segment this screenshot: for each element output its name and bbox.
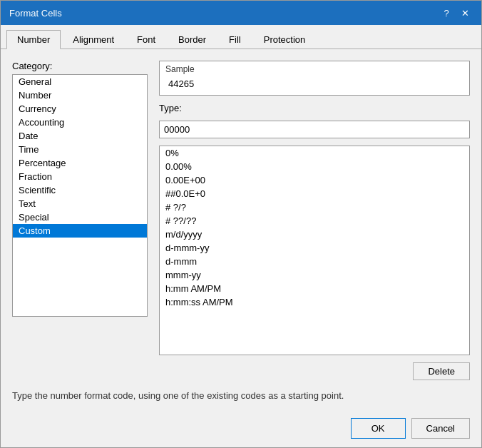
list-item[interactable]: Accounting	[13, 116, 147, 129]
format-item[interactable]: # ??/??	[160, 214, 469, 228]
delete-row: Delete	[159, 362, 470, 380]
tabs-bar: Number Alignment Font Border Fill Protec…	[1, 25, 481, 49]
format-list[interactable]: 0%0.00%0.00E+00##0.0E+0# ?/?# ??/??m/d/y…	[160, 146, 469, 355]
list-item[interactable]: Number	[13, 88, 147, 102]
format-item[interactable]: ##0.0E+0	[160, 187, 469, 200]
format-item[interactable]: h:mm AM/PM	[160, 282, 469, 295]
tab-font[interactable]: Font	[126, 30, 166, 49]
title-bar: Format Cells ? ✕	[1, 1, 481, 25]
list-item[interactable]: Currency	[13, 102, 147, 116]
close-button[interactable]: ✕	[457, 5, 473, 21]
hint-text: Type the number format code, using one o…	[12, 390, 470, 401]
format-item[interactable]: # ?/?	[160, 200, 469, 214]
tab-number[interactable]: Number	[6, 30, 61, 49]
format-item[interactable]: d-mmm-yy	[160, 241, 469, 255]
help-button[interactable]: ?	[439, 5, 454, 21]
list-item[interactable]: Scientific	[13, 183, 147, 197]
format-cells-dialog: Format Cells ? ✕ Number Alignment Font B…	[0, 0, 482, 448]
list-item[interactable]: Text	[13, 197, 147, 210]
type-label: Type:	[159, 103, 470, 113]
list-item[interactable]: General	[13, 75, 147, 88]
main-content: Category: GeneralNumberCurrencyAccountin…	[1, 49, 481, 412]
sample-box: Sample 44265	[159, 61, 470, 96]
tab-protection[interactable]: Protection	[253, 30, 317, 49]
sample-label: Sample	[165, 64, 463, 74]
title-bar-controls: ? ✕	[439, 5, 473, 21]
list-item[interactable]: Time	[13, 143, 147, 156]
list-item[interactable]: Percentage	[13, 156, 147, 170]
format-item[interactable]: 0.00%	[160, 160, 469, 173]
tab-fill[interactable]: Fill	[218, 30, 252, 49]
format-item[interactable]: m/d/yyyy	[160, 228, 469, 241]
format-item[interactable]: h:mm:ss AM/PM	[160, 295, 469, 309]
format-item[interactable]: d-mmm	[160, 255, 469, 268]
category-label: Category:	[12, 61, 148, 71]
format-item[interactable]: 0%	[160, 146, 469, 160]
cancel-button[interactable]: Cancel	[411, 418, 470, 439]
dialog-title: Format Cells	[9, 8, 62, 19]
tab-alignment[interactable]: Alignment	[62, 30, 125, 49]
main-row: Category: GeneralNumberCurrencyAccountin…	[12, 61, 470, 380]
ok-button[interactable]: OK	[351, 418, 406, 439]
format-item[interactable]: mmm-yy	[160, 268, 469, 282]
delete-button[interactable]: Delete	[413, 362, 470, 380]
list-item[interactable]: Date	[13, 129, 147, 143]
type-input[interactable]	[159, 121, 470, 138]
right-panel: Sample 44265 Type: 0%0.00%0.00E+00##0.0E…	[159, 61, 470, 380]
list-item[interactable]: Fraction	[13, 170, 147, 183]
list-item[interactable]: Custom	[13, 224, 147, 238]
sample-value: 44265	[165, 76, 463, 92]
left-panel: Category: GeneralNumberCurrencyAccountin…	[12, 61, 148, 380]
tab-border[interactable]: Border	[168, 30, 217, 49]
format-item[interactable]: 0.00E+00	[160, 173, 469, 187]
category-list[interactable]: GeneralNumberCurrencyAccountingDateTimeP…	[12, 74, 148, 317]
bottom-buttons: OK Cancel	[1, 412, 481, 447]
list-item[interactable]: Special	[13, 210, 147, 224]
format-list-container: 0%0.00%0.00E+00##0.0E+0# ?/?# ??/??m/d/y…	[159, 146, 470, 355]
